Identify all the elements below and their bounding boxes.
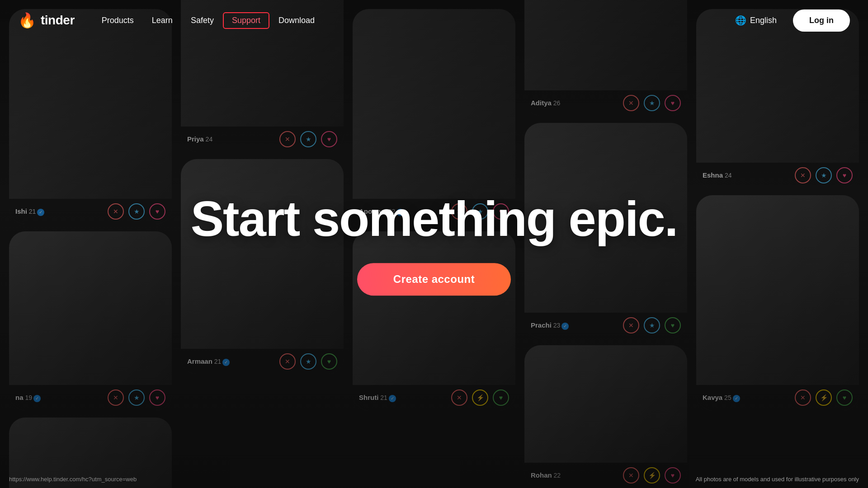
profile-name: Kavya bbox=[703, 394, 722, 401]
logo-flame-icon: 🔥 bbox=[18, 12, 36, 29]
profile-name: Rohan bbox=[531, 471, 552, 479]
phone-card: Ishi 21✓ ✕ ★ ♥ bbox=[9, 9, 172, 224]
dislike-button[interactable]: ✕ bbox=[795, 167, 811, 183]
profile-age: 24 bbox=[204, 136, 212, 143]
like-button[interactable]: ♥ bbox=[836, 389, 853, 406]
globe-icon: 🌐 bbox=[735, 15, 746, 26]
phone-actions: ✕ ★ ♥ bbox=[279, 131, 337, 147]
boost-button[interactable]: ⚡ bbox=[472, 389, 488, 406]
phone-bottom: Kavya 25✓ ✕ ⚡ ♥ bbox=[696, 385, 859, 410]
dislike-button[interactable]: ✕ bbox=[623, 317, 639, 333]
superlike-button[interactable]: ★ bbox=[644, 95, 660, 111]
dislike-button[interactable]: ✕ bbox=[108, 389, 124, 406]
like-button[interactable]: ♥ bbox=[321, 131, 337, 147]
create-account-button[interactable]: Create account bbox=[357, 263, 511, 296]
phone-actions: ✕ ⚡ ♥ bbox=[623, 467, 681, 483]
nav-links: Products Learn Safety Support Download bbox=[93, 12, 730, 29]
nav-right: 🌐 English Log in bbox=[730, 9, 850, 32]
dislike-button[interactable]: ✕ bbox=[451, 389, 467, 406]
nav-support[interactable]: Support bbox=[223, 12, 269, 29]
like-button[interactable]: ♥ bbox=[665, 95, 681, 111]
phone-actions: ✕ ★ ♥ bbox=[279, 353, 337, 370]
verified-badge: ✓ bbox=[733, 395, 740, 402]
like-button[interactable]: ♥ bbox=[836, 167, 853, 183]
phone-actions: ✕ ★ ♥ bbox=[108, 389, 165, 406]
profile-name: Priya bbox=[187, 135, 204, 143]
phone-bottom: na 19✓ ✕ ★ ♥ bbox=[9, 385, 172, 410]
like-button[interactable]: ♥ bbox=[665, 467, 681, 483]
dislike-button[interactable]: ✕ bbox=[279, 131, 296, 147]
dislike-button[interactable]: ✕ bbox=[795, 389, 811, 406]
phone-actions: ✕ ★ ♥ bbox=[795, 167, 853, 183]
logo-text: tinder bbox=[41, 13, 75, 28]
login-button[interactable]: Log in bbox=[793, 9, 850, 32]
profile-name: Shruti bbox=[359, 394, 378, 401]
profile-age: 22 bbox=[552, 472, 561, 479]
nav-products[interactable]: Products bbox=[93, 12, 143, 29]
verified-badge: ✓ bbox=[33, 395, 41, 402]
phone-bottom: Aditya 26 ✕ ★ ♥ bbox=[524, 90, 687, 116]
superlike-button[interactable]: ★ bbox=[300, 353, 316, 370]
like-button[interactable]: ♥ bbox=[493, 389, 509, 406]
nav-download[interactable]: Download bbox=[269, 12, 324, 29]
profile-name: Aditya bbox=[531, 99, 552, 107]
logo[interactable]: 🔥 tinder bbox=[18, 12, 75, 29]
phone-actions: ✕ ⚡ ♥ bbox=[795, 389, 853, 406]
hero-title: Start something epic. bbox=[191, 192, 678, 245]
verified-badge: ✓ bbox=[561, 323, 569, 330]
nav-learn[interactable]: Learn bbox=[143, 12, 182, 29]
phone-bottom: Prachi 23✓ ✕ ★ ♥ bbox=[524, 313, 687, 338]
profile-name: na bbox=[15, 394, 24, 401]
profile-name: Eshna bbox=[703, 171, 723, 179]
like-button[interactable]: ♥ bbox=[149, 389, 165, 406]
profile-age: 24 bbox=[723, 172, 731, 179]
language-label: English bbox=[750, 16, 777, 25]
superlike-button[interactable]: ★ bbox=[644, 317, 660, 333]
url-bar: https://www.help.tinder.com/hc?utm_sourc… bbox=[9, 476, 137, 483]
phone-bottom: Rohan 22 ✕ ⚡ ♥ bbox=[524, 463, 687, 488]
verified-badge: ✓ bbox=[389, 395, 396, 402]
boost-button[interactable]: ⚡ bbox=[644, 467, 660, 483]
phone-image bbox=[524, 345, 687, 463]
phone-bottom: Eshna 24 ✕ ★ ♥ bbox=[696, 163, 859, 188]
profile-name: Armaan bbox=[187, 357, 212, 365]
like-button[interactable]: ♥ bbox=[321, 353, 337, 370]
dislike-button[interactable]: ✕ bbox=[623, 95, 639, 111]
phone-actions: ✕ ★ ♥ bbox=[623, 317, 681, 333]
superlike-button[interactable]: ★ bbox=[816, 167, 832, 183]
profile-name: Prachi bbox=[531, 321, 552, 329]
phone-actions: ✕ ★ ♥ bbox=[623, 95, 681, 111]
phone-bottom: Armaan 21✓ ✕ ★ ♥ bbox=[181, 349, 344, 374]
hero-content: Start something epic. Create account bbox=[0, 192, 868, 296]
superlike-button[interactable]: ★ bbox=[128, 389, 145, 406]
phone-bottom: Shruti 21✓ ✕ ⚡ ♥ bbox=[353, 385, 515, 410]
footer-note: All photos are of models and used for il… bbox=[696, 476, 859, 483]
navbar: 🔥 tinder Products Learn Safety Support D… bbox=[0, 0, 868, 41]
profile-age: 25 bbox=[722, 394, 731, 401]
phone-bottom: Priya 24 ✕ ★ ♥ bbox=[181, 127, 344, 152]
profile-age: 19 bbox=[24, 394, 32, 401]
dislike-button[interactable]: ✕ bbox=[279, 353, 296, 370]
dislike-button[interactable]: ✕ bbox=[623, 467, 639, 483]
phone-card: Rohan 22 ✕ ⚡ ♥ bbox=[524, 345, 687, 488]
language-selector[interactable]: 🌐 English bbox=[730, 11, 782, 29]
nav-safety[interactable]: Safety bbox=[182, 12, 223, 29]
superlike-button[interactable]: ★ bbox=[300, 131, 316, 147]
verified-badge: ✓ bbox=[222, 359, 230, 366]
profile-age: 21 bbox=[378, 394, 387, 401]
phone-actions: ✕ ⚡ ♥ bbox=[451, 389, 509, 406]
profile-age: 23 bbox=[552, 322, 560, 329]
like-button[interactable]: ♥ bbox=[665, 317, 681, 333]
profile-age: 26 bbox=[552, 99, 560, 107]
boost-button[interactable]: ⚡ bbox=[816, 389, 832, 406]
profile-age: 21 bbox=[212, 358, 221, 365]
